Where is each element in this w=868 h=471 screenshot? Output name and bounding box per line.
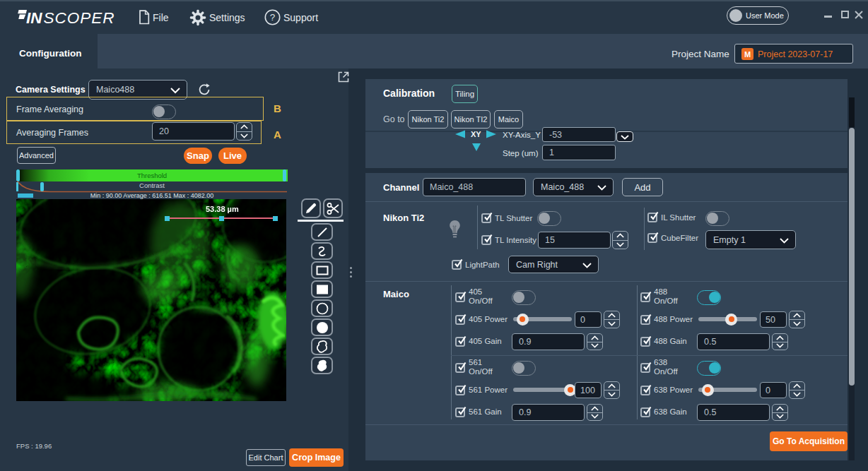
svg-text:?: ? [270,12,276,23]
svg-text:IN: IN [26,9,42,27]
svg-text:SCOPER: SCOPER [44,9,115,27]
